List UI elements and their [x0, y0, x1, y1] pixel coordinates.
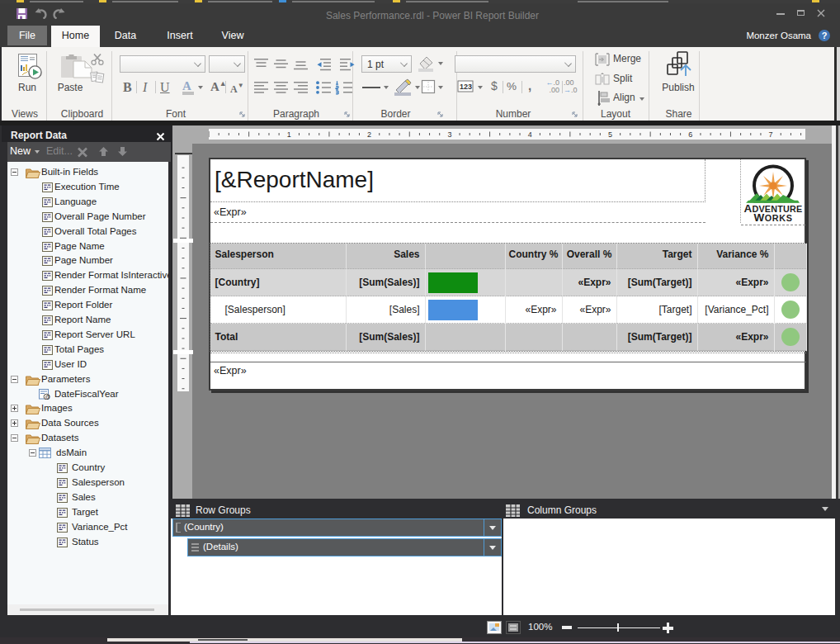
svg-text:123: 123 [460, 83, 472, 91]
svg-text:1: 1 [287, 130, 291, 139]
svg-text:@: @ [45, 394, 51, 400]
svg-text:WORKS: WORKS [754, 211, 793, 224]
svg-text:4: 4 [528, 130, 532, 139]
svg-text:7: 7 [769, 130, 773, 139]
svg-text:3: 3 [447, 130, 451, 139]
svg-text:5: 5 [608, 130, 612, 139]
svg-text:6: 6 [688, 130, 692, 139]
svg-text:2: 2 [367, 130, 371, 139]
